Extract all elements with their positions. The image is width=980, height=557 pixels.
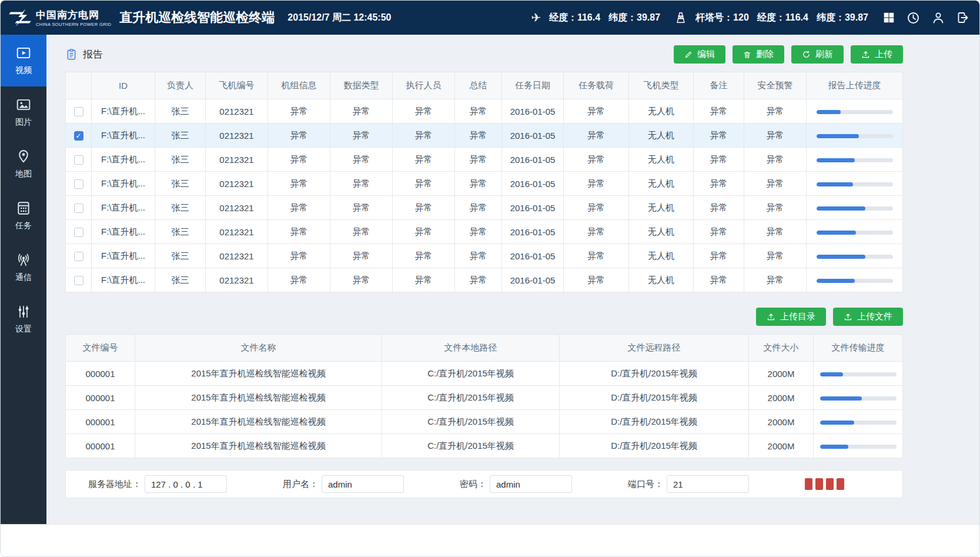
report-row[interactable]: F:\直升机...张三0212321异常异常异常异常2016-01-05异常无人… <box>66 99 903 124</box>
checkbox-cell: ✓ <box>66 124 92 148</box>
cell-data_type: 异常 <box>330 99 393 124</box>
row-checkbox[interactable]: ✓ <box>74 131 83 141</box>
edit-button[interactable]: 编辑 <box>674 45 725 64</box>
column-header: 任务载荷 <box>564 72 629 99</box>
cell-plane_no: 0212321 <box>206 244 268 268</box>
upload-button-label: 上传 <box>875 49 892 60</box>
sidebar-item-map[interactable]: 地图 <box>1 138 46 190</box>
cell-local_path: C:/直升机/2015年视频 <box>382 386 560 410</box>
windows-icon[interactable] <box>882 11 895 24</box>
column-header: 文件传输进度 <box>814 335 903 362</box>
refresh-button[interactable]: 刷新 <box>791 45 844 64</box>
cell-plane_no: 0212321 <box>206 220 268 244</box>
report-row[interactable]: F:\直升机...张三0212321异常异常异常异常2016-01-05异常无人… <box>66 244 903 268</box>
report-row[interactable]: F:\直升机...张三0212321异常异常异常异常2016-01-05异常无人… <box>66 148 903 172</box>
row-checkbox[interactable] <box>74 252 83 261</box>
cell-plane_type: 无人机 <box>629 124 694 148</box>
delete-button[interactable]: 删除 <box>733 45 784 64</box>
upload-file-button[interactable]: 上传文件 <box>833 308 903 326</box>
cell-plane_no: 0212321 <box>206 148 268 172</box>
upload-directory-button[interactable]: 上传目录 <box>756 308 826 326</box>
sliders-icon <box>16 304 31 319</box>
progress-fill <box>817 182 853 186</box>
section-title: 报告 <box>65 48 103 61</box>
cell-executor: 异常 <box>393 244 455 268</box>
status-light <box>837 478 844 490</box>
cell-summary: 异常 <box>455 268 502 292</box>
report-row[interactable]: F:\直升机...张三0212321异常异常异常异常2016-01-05异常无人… <box>66 196 903 220</box>
server-address-input[interactable] <box>145 475 227 493</box>
upload-button[interactable]: 上传 <box>851 45 903 64</box>
report-table-body: F:\直升机...张三0212321异常异常异常异常2016-01-05异常无人… <box>66 99 903 292</box>
cell-remark: 异常 <box>694 220 744 244</box>
sidebar-item-images[interactable]: 图片 <box>1 86 46 138</box>
cell-plane_no: 0212321 <box>206 99 268 124</box>
cell-file_name: 2015年直升机巡检线智能巡检视频 <box>135 362 382 386</box>
sidebar-item-communication[interactable]: 通信 <box>1 242 46 293</box>
cell-crew_info: 异常 <box>268 124 330 148</box>
cell-id: F:\直升机... <box>92 220 155 244</box>
sidebar-item-settings[interactable]: 设置 <box>1 293 46 345</box>
sidebar-item-label: 地图 <box>15 169 32 179</box>
cell-remark: 异常 <box>694 99 744 124</box>
logout-icon[interactable] <box>956 11 970 25</box>
app-body: 视频 图片 地图 任务 通信 设置 <box>1 35 979 524</box>
row-checkbox[interactable] <box>74 155 83 165</box>
file-row[interactable]: 0000012015年直升机巡检线智能巡检视频C:/直升机/2015年视频D:/… <box>66 434 903 458</box>
user-icon[interactable] <box>931 11 945 25</box>
cell-summary: 异常 <box>455 220 502 244</box>
history-icon[interactable] <box>906 11 921 25</box>
column-header: 文件远程路径 <box>560 335 749 362</box>
password-input[interactable] <box>490 475 572 493</box>
cell-progress <box>814 362 903 386</box>
progress-bar <box>820 372 897 376</box>
cell-task_date: 2016-01-05 <box>502 124 564 148</box>
cell-plane_type: 无人机 <box>629 148 694 172</box>
column-header: 数据类型 <box>330 72 393 99</box>
cell-crew_info: 异常 <box>268 196 330 220</box>
row-checkbox[interactable] <box>74 179 83 189</box>
cell-executor: 异常 <box>393 268 455 292</box>
row-checkbox[interactable] <box>74 228 83 237</box>
report-row[interactable]: F:\直升机...张三0212321异常异常异常异常2016-01-05异常无人… <box>66 172 903 196</box>
progress-bar <box>817 182 893 186</box>
cell-warning: 异常 <box>744 220 807 244</box>
row-checkbox[interactable] <box>74 204 83 213</box>
status-light <box>805 478 812 490</box>
report-row[interactable]: F:\直升机...张三0212321异常异常异常异常2016-01-05异常无人… <box>66 268 903 292</box>
upload-icon <box>844 312 852 321</box>
row-checkbox[interactable] <box>74 107 83 116</box>
cell-local_path: C:/直升机/2015年视频 <box>382 410 560 434</box>
cell-plane_type: 无人机 <box>629 244 694 268</box>
file-row[interactable]: 0000012015年直升机巡检线智能巡检视频C:/直升机/2015年视频D:/… <box>66 362 903 386</box>
tower-icon <box>674 11 687 24</box>
report-table: ID负责人飞机编号机组信息数据类型执行人员总结任务日期任务载荷飞机类型备注安全预… <box>65 72 903 292</box>
cell-data_type: 异常 <box>330 220 393 244</box>
port-input[interactable] <box>667 475 749 493</box>
file-row[interactable]: 0000012015年直升机巡检线智能巡检视频C:/直升机/2015年视频D:/… <box>66 410 903 434</box>
column-header: 文件本地路径 <box>382 335 560 362</box>
cell-crew_info: 异常 <box>268 99 330 124</box>
server-address-group: 服务器地址： <box>88 475 227 493</box>
map-pin-icon <box>16 149 31 164</box>
cell-plane_no: 0212321 <box>206 124 268 148</box>
cell-id: F:\直升机... <box>92 172 155 196</box>
sidebar-item-video[interactable]: 视频 <box>1 35 46 86</box>
cell-plane_type: 无人机 <box>629 99 694 124</box>
username-input[interactable] <box>322 475 404 493</box>
port-label: 端口号： <box>628 479 663 490</box>
cell-id: F:\直升机... <box>92 124 155 148</box>
report-row[interactable]: F:\直升机...张三0212321异常异常异常异常2016-01-05异常无人… <box>66 220 903 244</box>
row-checkbox[interactable] <box>74 276 83 285</box>
sidebar-item-tasks[interactable]: 任务 <box>1 190 46 242</box>
cell-remark: 异常 <box>694 268 744 292</box>
file-row[interactable]: 0000012015年直升机巡检线智能巡检视频C:/直升机/2015年视频D:/… <box>66 386 903 410</box>
cell-warning: 异常 <box>744 148 807 172</box>
progress-bar <box>820 421 897 425</box>
top-right-area: ✈ 经度：116.4 纬度：39.87 杆塔号：120 经度：116.4 纬度：… <box>531 11 970 25</box>
cell-plane_type: 无人机 <box>629 220 694 244</box>
upload-file-label: 上传文件 <box>857 311 892 322</box>
report-row[interactable]: ✓F:\直升机...张三0212321异常异常异常异常2016-01-05异常无… <box>66 124 903 148</box>
tower-longitude: 经度：116.4 <box>757 12 808 24</box>
tower-position: 杆塔号：120 经度：116.4 纬度：39.87 <box>674 11 868 24</box>
